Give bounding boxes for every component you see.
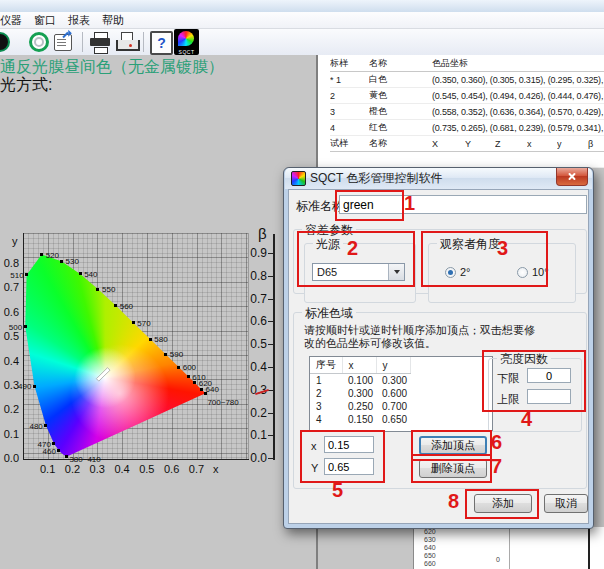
table-row[interactable]: 20.3000.600 xyxy=(310,387,492,400)
observer-10deg-label: 10° xyxy=(532,266,549,278)
column-header: Y xyxy=(465,136,495,152)
add-vertex-button[interactable]: 添加顶点 xyxy=(419,436,487,455)
chevron-down-icon[interactable] xyxy=(388,264,404,280)
column-header: 序号 xyxy=(310,357,342,374)
wavelength-list-item: 640 xyxy=(424,544,436,552)
observer-2deg-radio[interactable]: 2° xyxy=(445,266,471,278)
samples-table: 试样名称XYZxyβ xyxy=(330,136,604,168)
table-cell xyxy=(495,152,527,168)
table-row[interactable]: 10.1000.300 xyxy=(310,374,492,388)
upper-limit-label: 上限 xyxy=(497,392,519,407)
column-header: x xyxy=(342,357,376,374)
table-cell xyxy=(465,152,495,168)
observer-angle-label: 观察者角度 xyxy=(437,236,503,253)
observer-angle-group: 观察者角度 2° 10° xyxy=(428,243,576,303)
table-cell: 黄色 xyxy=(369,88,432,104)
observer-2deg-label: 2° xyxy=(460,266,471,278)
lower-limit-input[interactable] xyxy=(527,368,571,383)
light-source-label: 光源 xyxy=(313,236,343,253)
table-row[interactable]: 3橙色(0.558, 0.352), (0.636, 0.364), (0.57… xyxy=(330,104,604,120)
light-source-group: 光源 D65 xyxy=(304,243,416,303)
table-cell: 0.600 xyxy=(376,387,410,400)
add-button[interactable]: 添加 xyxy=(474,494,532,513)
table-cell: 2 xyxy=(310,387,342,400)
gamut-group: 标准色域 请按顺时针或逆时针顺序添加顶点；双击想要修 改的色品坐标可修改该值。 … xyxy=(293,312,587,489)
table-row[interactable]: 40.1500.650 xyxy=(310,413,492,426)
table-header-row: 标样名称色品坐标 xyxy=(330,56,604,72)
table-cell: 0.650 xyxy=(376,413,410,426)
print-icon[interactable] xyxy=(87,30,113,54)
observer-10deg-radio[interactable]: 10° xyxy=(517,266,549,278)
table-cell: (0.735, 0.265), (0.681, 0.239), (0.579, … xyxy=(432,120,604,136)
y-coord-label: Y xyxy=(311,462,318,474)
column-header: 色品坐标 xyxy=(432,56,604,72)
measure-circle-icon[interactable] xyxy=(0,30,26,54)
tolerance-group: 容差参数 光源 D65 观察者角度 2° xyxy=(293,229,587,294)
dialog-body: 标准名称: 容差参数 光源 D65 观察者角度 2° xyxy=(288,189,589,524)
delete-vertex-button[interactable]: 删除顶点 xyxy=(419,459,487,478)
menu-item-2[interactable]: 窗口 xyxy=(28,13,62,28)
column-header: X xyxy=(432,136,465,152)
standard-name-input[interactable] xyxy=(339,195,587,214)
table-row[interactable]: 2黄色(0.545, 0.454), (0.494, 0.426), (0.44… xyxy=(330,88,604,104)
target-ring-icon[interactable] xyxy=(26,30,52,54)
table-row[interactable]: 30.2500.700 xyxy=(310,400,492,413)
table-cell: 0.250 xyxy=(342,400,376,413)
toolbar-separator xyxy=(82,32,83,52)
column-header: y xyxy=(557,136,588,152)
dialog-title: SQCT 色彩管理控制软件 xyxy=(310,170,442,187)
table-cell: 红色 xyxy=(369,120,432,136)
column-header: β xyxy=(588,136,604,152)
upper-limit-input[interactable] xyxy=(527,389,571,404)
cie-x-axis xyxy=(23,459,249,460)
table-cell xyxy=(432,152,465,168)
column-header: x xyxy=(527,136,557,152)
luminance-group: 亮度因数 下限 上限 xyxy=(488,358,582,432)
table-cell: 0.100 xyxy=(342,374,376,388)
dialog-app-icon xyxy=(291,171,306,186)
y-coord-input[interactable] xyxy=(324,458,374,475)
table-row[interactable] xyxy=(330,152,604,168)
wavelength-list-item: 630 xyxy=(424,536,436,544)
wavelength-list-item: 620 xyxy=(424,528,436,536)
document-subtitle: 光方式: xyxy=(0,75,52,96)
radio-selected-icon[interactable] xyxy=(445,267,456,278)
luminance-group-label: 亮度因数 xyxy=(497,351,551,368)
cancel-button[interactable]: 取消 xyxy=(544,494,588,513)
table-row[interactable]: * 1白色(0.350, 0.360), (0.305, 0.315), (0.… xyxy=(330,72,604,88)
standards-table: 标样名称色品坐标* 1白色(0.350, 0.360), (0.305, 0.3… xyxy=(330,56,604,136)
print-preview-icon[interactable] xyxy=(113,30,139,54)
table-cell xyxy=(588,152,604,168)
menu-item-1[interactable]: 仪器 xyxy=(0,13,28,28)
column-header: y xyxy=(376,357,410,374)
light-source-value: D65 xyxy=(313,266,388,278)
radio-icon[interactable] xyxy=(517,267,528,278)
table-cell: 3 xyxy=(330,104,369,120)
table-cell: 0.150 xyxy=(342,413,376,426)
wavelength-list-panel: 0 620630640650660 xyxy=(413,527,604,569)
sqct-dialog: SQCT 色彩管理控制软件 标准名称: 容差参数 光源 D65 观察者角度 xyxy=(283,167,594,529)
table-header-row: 序号xy xyxy=(310,357,492,374)
x-coord-input[interactable] xyxy=(324,436,374,453)
report-export-icon[interactable] xyxy=(52,30,78,54)
table-cell: 0.300 xyxy=(342,387,376,400)
table-cell: 0.300 xyxy=(376,374,410,388)
light-source-select[interactable]: D65 xyxy=(312,263,405,281)
list-divider-dark xyxy=(588,527,590,569)
list-divider xyxy=(509,527,510,569)
gamut-group-label: 标准色域 xyxy=(302,305,356,322)
menu-item-4[interactable]: 帮助 xyxy=(96,13,130,28)
dialog-titlebar[interactable]: SQCT 色彩管理控制软件 xyxy=(285,168,592,189)
sqct-logo-icon[interactable]: SQCT xyxy=(174,30,200,54)
instruction-line2: 改的色品坐标可修改该值。 xyxy=(304,336,436,351)
menu-item-3[interactable]: 报表 xyxy=(62,13,96,28)
help-icon[interactable]: ? xyxy=(148,30,174,54)
cie-y-axis xyxy=(23,233,24,460)
axis-zero-label: 0 xyxy=(496,556,500,563)
table-row[interactable]: 4红色(0.735, 0.265), (0.681, 0.239), (0.57… xyxy=(330,120,604,136)
table-cell: 橙色 xyxy=(369,104,432,120)
close-icon[interactable] xyxy=(556,168,588,186)
table-cell: 1 xyxy=(310,374,342,388)
table-cell: (0.558, 0.352), (0.636, 0.364), (0.570, … xyxy=(432,104,604,120)
table-cell: (0.545, 0.454), (0.494, 0.426), (0.444, … xyxy=(432,88,604,104)
